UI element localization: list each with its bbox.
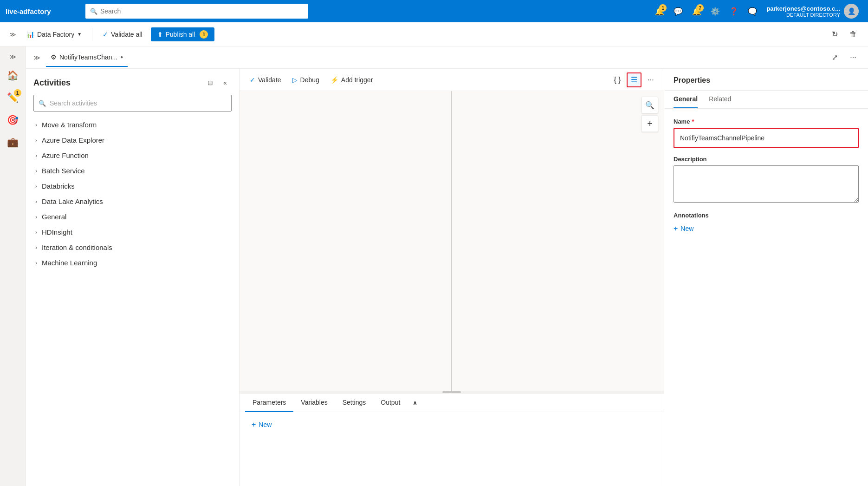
canvas-bg[interactable]: 🔍 + xyxy=(240,91,664,391)
toolbar-right: ↻ 🗑 xyxy=(827,27,861,42)
chat-btn[interactable]: 💬 xyxy=(670,3,687,20)
activities-controls: ⊟ « xyxy=(204,76,232,89)
activity-list-item[interactable]: ›Azure Function xyxy=(33,148,232,163)
validate-all-btn[interactable]: ✓ Validate all xyxy=(98,28,147,41)
bottom-tab-variables[interactable]: Variables xyxy=(293,394,335,412)
activity-item-label: General xyxy=(42,213,66,221)
new-parameter-label: New xyxy=(259,421,272,428)
pipeline-tab-label: NotifiyTeamsChan... xyxy=(59,53,117,61)
sidebar-edit-badge: 1 xyxy=(14,89,21,97)
validate-check-icon: ✓ xyxy=(250,76,255,84)
search-input[interactable] xyxy=(100,7,304,15)
activity-list-item[interactable]: ›General xyxy=(33,209,232,224)
nav-icons: 🔔 1 💬 🔔 7 ⚙️ ❓ 🗨️ parkerjones@contoso.c.… xyxy=(651,3,862,20)
refresh-btn[interactable]: ↻ xyxy=(827,27,842,42)
activity-list-item[interactable]: ›Azure Data Explorer xyxy=(33,132,232,148)
user-info[interactable]: parkerjones@contoso.c... DEFAULT DIRECTO… xyxy=(763,4,862,19)
activity-list-item[interactable]: ›Batch Service xyxy=(33,163,232,178)
canvas-main: 🔍 + xyxy=(240,91,664,391)
required-star: * xyxy=(692,118,694,125)
data-factory-label: Data Factory xyxy=(37,31,74,38)
activity-list-item[interactable]: ›Databricks xyxy=(33,178,232,194)
prop-tab-related[interactable]: Related xyxy=(709,91,731,108)
search-box[interactable]: 🔍 xyxy=(85,4,308,19)
new-annotation-label: New xyxy=(680,225,693,232)
more-options-btn[interactable]: ··· xyxy=(846,50,861,65)
pipeline-nav-expand[interactable]: ≫ xyxy=(33,54,40,61)
activity-item-label: Azure Data Explorer xyxy=(42,136,104,144)
chevron-icon: › xyxy=(35,137,37,144)
activity-item-label: Databricks xyxy=(42,182,75,190)
name-input[interactable] xyxy=(675,130,857,146)
properties-tabs: GeneralRelated xyxy=(664,91,868,109)
canvas-toolbar-right: 🔍 + xyxy=(641,97,658,132)
notifications-btn[interactable]: 🔔 1 xyxy=(651,3,668,20)
activity-item-label: Machine Learning xyxy=(42,259,97,267)
bottom-tab-parameters[interactable]: Parameters xyxy=(245,394,293,412)
annotations-label: Annotations xyxy=(674,212,859,219)
new-annotation-btn[interactable]: + New xyxy=(674,223,859,235)
main-layout: ≫ 🏠 ✏️ 1 🎯 💼 ≫ ⚙ NotifiyTeamsChan... ● ⤢… xyxy=(0,46,868,486)
description-input[interactable] xyxy=(674,165,859,203)
sidebar-item-home[interactable]: 🏠 xyxy=(3,65,23,85)
sidebar-item-edit[interactable]: ✏️ 1 xyxy=(3,87,23,108)
debug-label: Debug xyxy=(300,76,319,84)
bottom-panel-content: + New xyxy=(240,412,664,486)
chevron-icon: › xyxy=(35,214,37,220)
publish-all-btn[interactable]: ⬆ Publish all 1 xyxy=(151,27,215,41)
activities-header: Activities ⊟ « xyxy=(33,76,232,89)
bottom-tab-settings[interactable]: Settings xyxy=(335,394,374,412)
activity-list-item[interactable]: ›Machine Learning xyxy=(33,255,232,270)
activity-list-item[interactable]: ›Move & transform xyxy=(33,117,232,132)
sidebar-item-monitor[interactable]: 🎯 xyxy=(3,110,23,130)
code-view-btn[interactable]: { } xyxy=(610,72,625,87)
data-factory-btn[interactable]: 📊 Data Factory ▼ xyxy=(22,28,86,41)
discard-btn[interactable]: 🗑 xyxy=(846,27,861,42)
sidebar-item-manage[interactable]: 💼 xyxy=(3,132,23,152)
debug-btn[interactable]: ▷ Debug xyxy=(288,73,324,86)
properties-title: Properties xyxy=(674,76,710,84)
annotation-plus-icon: + xyxy=(674,224,678,233)
feedback-btn[interactable]: 🗨️ xyxy=(744,3,761,20)
pipeline-tab[interactable]: ⚙ NotifiyTeamsChan... ● xyxy=(46,48,128,67)
bottom-panel: ParametersVariablesSettingsOutput∧ + New xyxy=(240,393,664,486)
validate-all-label: Validate all xyxy=(111,31,142,38)
new-parameter-btn[interactable]: + New xyxy=(247,418,276,432)
search-activities-input[interactable] xyxy=(50,99,227,107)
expand-window-btn[interactable]: ⤢ xyxy=(827,50,842,65)
activity-list-item[interactable]: ›Data Lake Analytics xyxy=(33,194,232,209)
sidebar-expand-btn[interactable]: ≫ xyxy=(3,50,23,63)
add-trigger-btn[interactable]: ⚡ Add trigger xyxy=(326,73,377,86)
action-right: { } ☰ ··· xyxy=(610,72,658,87)
properties-panel-btn[interactable]: ☰ xyxy=(627,72,641,87)
collapse-bottom-panel-btn[interactable]: ∧ xyxy=(408,395,422,410)
canvas-search-btn[interactable]: 🔍 xyxy=(641,97,658,113)
activity-item-label: Batch Service xyxy=(42,167,85,175)
bottom-tab-output[interactable]: Output xyxy=(373,394,408,412)
alerts-badge: 7 xyxy=(696,4,704,12)
more-pipeline-options-btn[interactable]: ··· xyxy=(643,72,658,87)
collapse-panel-btn[interactable]: « xyxy=(219,76,232,89)
activity-list-item[interactable]: ›Iteration & conditionals xyxy=(33,240,232,255)
search-activities-box[interactable]: 🔍 xyxy=(33,95,232,112)
chevron-icon: › xyxy=(35,122,37,128)
activity-item-label: HDInsight xyxy=(42,228,72,236)
publish-badge: 1 xyxy=(200,30,208,39)
avatar[interactable]: 👤 xyxy=(844,4,859,19)
alerts-btn[interactable]: 🔔 7 xyxy=(688,3,705,20)
help-btn[interactable]: ❓ xyxy=(725,3,742,20)
activities-title: Activities xyxy=(33,78,71,88)
app-title: live-adfactory xyxy=(6,7,80,15)
chevron-icon: › xyxy=(35,152,37,159)
canvas-add-btn[interactable]: + xyxy=(641,115,658,132)
collapse-all-btn[interactable]: ⊟ xyxy=(204,76,217,89)
expand-icon[interactable]: ≫ xyxy=(7,29,18,40)
properties-header: Properties xyxy=(664,69,868,91)
icon-sidebar: ≫ 🏠 ✏️ 1 🎯 💼 xyxy=(0,46,26,486)
prop-tab-general[interactable]: General xyxy=(674,91,698,108)
validate-btn[interactable]: ✓ Validate xyxy=(245,73,286,86)
properties-body: Name * Description Anno xyxy=(664,109,868,244)
content-wrapper: ≫ ⚙ NotifiyTeamsChan... ● ⤢ ··· Activiti… xyxy=(26,46,868,486)
settings-btn[interactable]: ⚙️ xyxy=(707,3,724,20)
activity-list-item[interactable]: ›HDInsight xyxy=(33,224,232,240)
